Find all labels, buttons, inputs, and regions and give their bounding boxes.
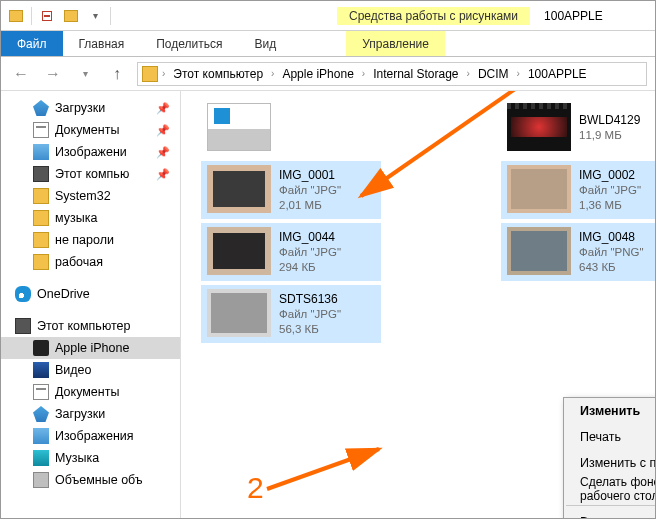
nav-back-button[interactable]: ← [9, 62, 33, 86]
tree-item[interactable]: Этот компью📌 [1, 163, 180, 185]
file-name: IMG_0002 [579, 168, 641, 183]
tree-item[interactable]: Apple iPhone [1, 337, 180, 359]
file-item[interactable]: IMG_0048 Файл "PNG" 643 КБ [501, 223, 655, 281]
chevron-right-icon[interactable]: › [465, 68, 472, 79]
img-icon [33, 144, 49, 160]
context-menu-edit[interactable]: Изменить [564, 398, 655, 424]
tab-file[interactable]: Файл [1, 31, 63, 56]
folder-qat-icon[interactable] [62, 7, 80, 25]
phone-icon [33, 340, 49, 356]
breadcrumb-seg[interactable]: 100APPLE [524, 67, 591, 81]
properties-qat-icon[interactable] [38, 7, 56, 25]
file-size: 56,3 КБ [279, 322, 341, 336]
onedrive-icon [15, 286, 31, 302]
chevron-right-icon[interactable]: › [515, 68, 522, 79]
folder-icon [33, 210, 49, 226]
breadcrumb[interactable]: › Этот компьютер › Apple iPhone › Intern… [137, 62, 647, 86]
file-name: BWLD4129 [579, 113, 640, 128]
thumbnail [207, 289, 271, 337]
nav-recent-button[interactable]: ▾ [73, 62, 97, 86]
tree-item[interactable]: Музыка [1, 447, 180, 469]
context-menu-cut[interactable]: Вырезать [564, 509, 655, 518]
breadcrumb-seg[interactable]: Apple iPhone [278, 67, 357, 81]
tab-share[interactable]: Поделиться [140, 31, 238, 56]
disk-icon [33, 472, 49, 488]
file-type: Файл "JPG" [279, 183, 341, 197]
tree-item[interactable]: Документы📌 [1, 119, 180, 141]
tree-item[interactable]: Загрузки📌 [1, 97, 180, 119]
tree-item-label: Видео [55, 363, 92, 377]
thumbnail [507, 227, 571, 275]
file-item[interactable]: IMG_0002 Файл "JPG" 1,36 МБ [501, 161, 655, 219]
tree-item[interactable]: Изображени📌 [1, 141, 180, 163]
contextual-tab-label: Средства работы с рисунками [337, 7, 530, 25]
thumbnail [207, 103, 271, 151]
breadcrumb-seg[interactable]: DCIM [474, 67, 513, 81]
tree-item-label: Загрузки [55, 407, 105, 421]
tree-item[interactable]: Видео [1, 359, 180, 381]
tab-view[interactable]: Вид [238, 31, 292, 56]
tree-item-label: Загрузки [55, 101, 105, 115]
tree-item[interactable]: System32 [1, 185, 180, 207]
tree-item[interactable]: Этот компьютер [1, 315, 180, 337]
file-size: 1,36 МБ [579, 198, 641, 212]
window-title: 100APPLE [544, 9, 603, 23]
chevron-right-icon[interactable]: › [160, 68, 167, 79]
tree-item[interactable]: рабочая [1, 251, 180, 273]
tab-manage[interactable]: Управление [346, 31, 445, 56]
docs-icon [33, 384, 49, 400]
file-size: 294 КБ [279, 260, 341, 274]
svg-line-1 [267, 449, 379, 489]
tree-item[interactable]: музыка [1, 207, 180, 229]
pin-icon: 📌 [156, 102, 170, 115]
file-size: 643 КБ [579, 260, 644, 274]
file-name: SDTS6136 [279, 292, 341, 307]
music-icon [33, 450, 49, 466]
file-item[interactable]: IMG_0044 Файл "JPG" 294 КБ [201, 223, 381, 281]
file-item[interactable]: SDTS6136 Файл "JPG" 56,3 КБ [201, 285, 381, 343]
file-size: 11,9 МБ [579, 128, 640, 142]
pin-icon: 📌 [156, 146, 170, 159]
tree-item-label: Изображени [55, 145, 127, 159]
chevron-right-icon[interactable]: › [360, 68, 367, 79]
tree-item-label: музыка [55, 211, 97, 225]
tree-item-label: Изображения [55, 429, 134, 443]
file-item[interactable]: IMG_0001 Файл "JPG" 2,01 МБ [201, 161, 381, 219]
pin-icon: 📌 [156, 124, 170, 137]
file-item[interactable]: BWLD4129 11,9 МБ [501, 99, 655, 157]
context-menu-paint3d[interactable]: Изменить с помощью Paint 3D [564, 450, 655, 476]
tree-item-label: Документы [55, 385, 119, 399]
file-size: 2,01 МБ [279, 198, 341, 212]
tree-item[interactable]: Изображения [1, 425, 180, 447]
file-item[interactable] [201, 99, 381, 157]
folder-icon [33, 254, 49, 270]
tree-item-label: Этот компью [55, 167, 129, 181]
context-menu-print[interactable]: Печать [564, 424, 655, 450]
file-type: Файл "JPG" [279, 245, 341, 259]
pc-icon [15, 318, 31, 334]
file-name: IMG_0044 [279, 230, 341, 245]
pin-icon: 📌 [156, 168, 170, 181]
tab-home[interactable]: Главная [63, 31, 141, 56]
context-menu: Изменить Печать Изменить с помощью Paint… [563, 397, 655, 518]
tree-item[interactable]: Документы [1, 381, 180, 403]
tree-item[interactable]: не пароли [1, 229, 180, 251]
thumbnail [207, 227, 271, 275]
thumbnail [507, 103, 571, 151]
context-menu-wallpaper[interactable]: Сделать фоновым изображением рабочего ст… [564, 476, 655, 502]
breadcrumb-seg[interactable]: Этот компьютер [169, 67, 267, 81]
thumbnail [507, 165, 571, 213]
navigation-tree: Загрузки📌Документы📌Изображени📌Этот компь… [1, 91, 181, 518]
tree-item[interactable]: OneDrive [1, 283, 180, 305]
tree-item-label: Объемные объ [55, 473, 143, 487]
file-type: Файл "JPG" [579, 183, 641, 197]
breadcrumb-seg[interactable]: Internal Storage [369, 67, 462, 81]
tree-item[interactable]: Объемные объ [1, 469, 180, 491]
chevron-right-icon[interactable]: › [269, 68, 276, 79]
nav-up-button[interactable]: ↑ [105, 62, 129, 86]
file-type: Файл "JPG" [279, 307, 341, 321]
tree-item-label: не пароли [55, 233, 114, 247]
overflow-icon[interactable]: ▾ [86, 7, 104, 25]
tree-item[interactable]: Загрузки [1, 403, 180, 425]
nav-forward-button: → [41, 62, 65, 86]
